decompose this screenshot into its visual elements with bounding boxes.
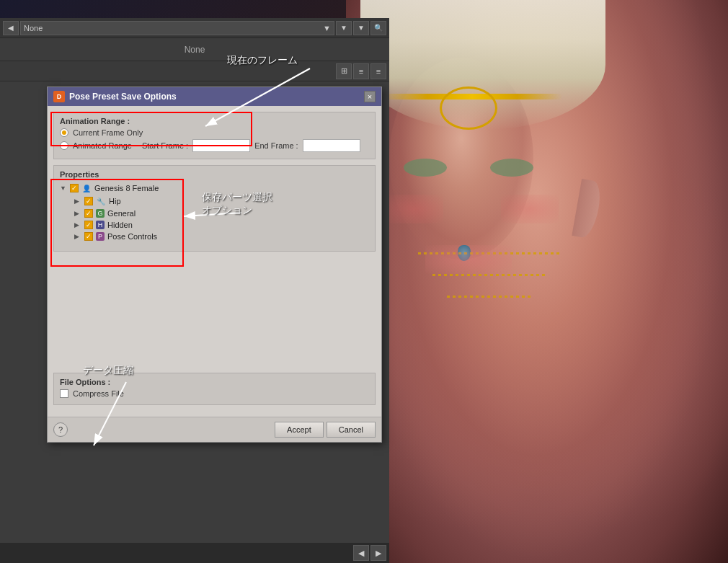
tree-icon-hip: 🔧 <box>96 196 106 206</box>
tree-toggle-general[interactable]: ▶ <box>74 210 81 217</box>
grid-view-btn[interactable]: ⊞ <box>336 63 352 79</box>
search-btn[interactable]: 🔍 <box>370 21 386 35</box>
end-frame-label: End Frame : <box>254 141 298 150</box>
properties-section: Properties ▼ 👤 Genesis 8 Female ▶ 🔧 Hip <box>53 165 376 252</box>
tree-toggle-hip[interactable]: ▶ <box>74 198 81 205</box>
end-frame-input[interactable] <box>303 139 360 152</box>
tree-label-root: Genesis 8 Female <box>94 184 159 192</box>
compress-file-label: Compress File <box>73 389 124 398</box>
tree-label-general: General <box>107 209 136 218</box>
tree-toggle-pose-controls[interactable]: ▶ <box>74 233 81 240</box>
modal-body: Animation Range : Current Frame Only Ani… <box>48 106 381 417</box>
animated-range-radio[interactable] <box>60 141 68 150</box>
animation-range-label: Animation Range : <box>60 117 369 125</box>
cancel-button[interactable]: Cancel <box>327 422 376 438</box>
list-view-btn[interactable]: ≡ <box>353 63 369 79</box>
tree-item-hidden[interactable]: ▶ H Hidden <box>74 219 369 231</box>
toolbar-btn-3[interactable]: ▼ <box>353 21 369 35</box>
animated-range-radio-row[interactable]: Animated Range Start Frame : End Frame : <box>60 139 369 152</box>
modal-close-button[interactable]: × <box>364 91 376 102</box>
dropdown-value: None <box>24 24 43 32</box>
empty-space <box>53 257 376 373</box>
current-frame-radio[interactable] <box>60 128 68 137</box>
tree-icon-root: 👤 <box>81 183 92 193</box>
modal-app-icon: D <box>53 91 65 102</box>
tree-checkbox-hip[interactable] <box>84 197 93 205</box>
tree-icon-hidden: H <box>96 221 105 229</box>
help-button[interactable]: ? <box>53 422 68 437</box>
properties-label: Properties <box>60 170 369 179</box>
compress-file-checkbox[interactable] <box>60 389 68 398</box>
tree-label-hip: Hip <box>109 197 121 205</box>
none-label: None <box>185 45 205 55</box>
tree-icon-general: G <box>96 209 105 218</box>
animation-range-section: Animation Range : Current Frame Only Ani… <box>53 112 376 159</box>
file-options-section: File Options : Compress File <box>53 373 376 405</box>
modal-title: Pose Preset Save Options <box>69 92 360 102</box>
accept-button[interactable]: Accept <box>275 422 324 438</box>
tree-item-pose-controls[interactable]: ▶ P Pose Controls <box>74 231 369 242</box>
tree-toggle-root[interactable]: ▼ <box>60 185 67 192</box>
back-btn[interactable]: ◀ <box>353 545 369 561</box>
modal-dialog: D Pose Preset Save Options × Animation R… <box>47 87 382 443</box>
elf-render <box>346 0 728 563</box>
tree-checkbox-root[interactable] <box>70 184 79 192</box>
start-frame-input[interactable] <box>192 139 250 152</box>
tree-label-hidden: Hidden <box>107 221 133 229</box>
compress-file-row[interactable]: Compress File <box>60 389 369 398</box>
bottom-toolbar: ◀ ▶ <box>0 543 389 563</box>
options-btn[interactable]: ≡ <box>370 63 386 79</box>
file-options-label: File Options : <box>60 378 369 386</box>
modal-footer: ? Accept Cancel <box>48 417 381 442</box>
toolbar: ◀ None ▼ ▼ ▼ 🔍 <box>0 18 389 38</box>
tree-checkbox-hidden[interactable] <box>84 221 93 229</box>
current-frame-radio-row[interactable]: Current Frame Only <box>60 128 369 137</box>
tree-children: ▶ 🔧 Hip ▶ G General ▶ H <box>60 195 369 242</box>
toolbar-btn-2[interactable]: ▼ <box>336 21 352 35</box>
toolbar-btn-1[interactable]: ◀ <box>3 21 19 35</box>
animated-range-label: Animated Range <box>73 141 132 150</box>
none-row: None <box>0 38 389 61</box>
tree-checkbox-pose-controls[interactable] <box>84 232 93 241</box>
tree-item-hip[interactable]: ▶ 🔧 Hip <box>74 195 369 208</box>
start-frame-label: Start Frame : <box>142 141 188 150</box>
current-frame-label: Current Frame Only <box>73 128 143 137</box>
tree-icon-pose-controls: P <box>96 232 105 241</box>
tree-item-general[interactable]: ▶ G General <box>74 208 369 219</box>
forward-btn[interactable]: ▶ <box>370 545 386 561</box>
tree-checkbox-general[interactable] <box>84 209 93 218</box>
icon-row: ⊞ ≡ ≡ <box>0 61 389 81</box>
tree-toggle-hidden[interactable]: ▶ <box>74 221 81 229</box>
dropdown-arrow: ▼ <box>323 24 331 32</box>
tree-label-pose-controls: Pose Controls <box>107 232 157 241</box>
none-dropdown[interactable]: None ▼ <box>20 21 334 35</box>
tree-root-item[interactable]: ▼ 👤 Genesis 8 Female <box>60 182 369 195</box>
modal-titlebar: D Pose Preset Save Options × <box>48 87 381 106</box>
